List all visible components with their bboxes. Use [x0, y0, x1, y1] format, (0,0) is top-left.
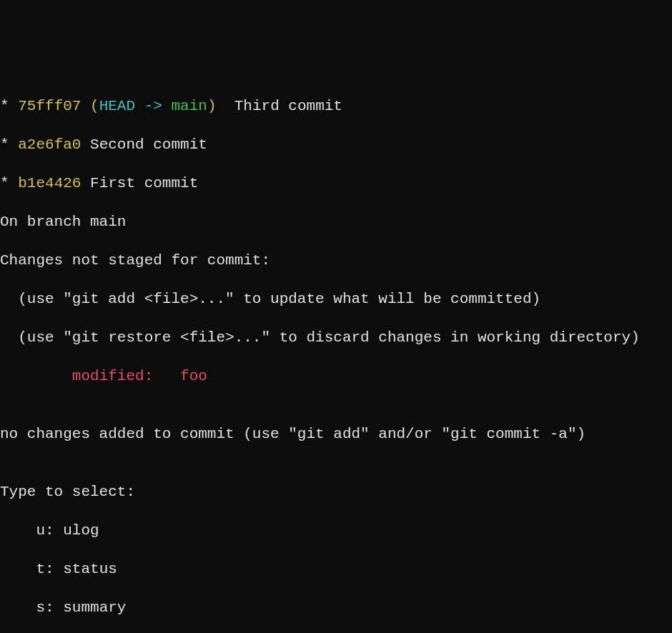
menu-key: u: [36, 522, 45, 539]
menu-label: summary: [63, 599, 126, 616]
commit-hash: 75fff07: [18, 98, 81, 114]
menu-item[interactable]: s: summary: [0, 598, 672, 617]
branch-status: On branch main: [0, 212, 672, 231]
no-changes-line: no changes added to commit (use "git add…: [0, 424, 672, 444]
commit-row: * b1e4426 First commit: [0, 174, 672, 193]
commit-hash: a2e6fa0: [18, 136, 81, 153]
commit-row: * 75fff07 (HEAD -> main) Third commit: [0, 96, 672, 116]
hint-add: (use "git add <file>..." to update what …: [0, 289, 672, 309]
terminal-output[interactable]: * 75fff07 (HEAD -> main) Third commit * …: [0, 77, 672, 633]
graph-star: *: [0, 136, 9, 153]
menu-item[interactable]: u: ulog: [0, 521, 672, 540]
hint-restore: (use "git restore <file>..." to discard …: [0, 328, 672, 347]
graph-star: *: [0, 175, 9, 191]
menu-key: s: [36, 599, 45, 616]
menu-key: t: [36, 561, 45, 577]
commit-message: First commit: [81, 175, 198, 191]
graph-star: *: [0, 98, 9, 114]
ref-paren-open: (: [90, 98, 99, 114]
commit-hash: b1e4426: [18, 175, 81, 191]
menu-label: status: [63, 561, 117, 577]
changes-header: Changes not staged for commit:: [0, 251, 672, 270]
head-ref: HEAD: [99, 98, 135, 114]
modified-filename: foo: [180, 368, 207, 384]
menu-header: Type to select:: [0, 482, 672, 502]
modified-file-line: modified: foo: [0, 367, 672, 386]
commit-message: Second commit: [81, 136, 207, 153]
ref-arrow: ->: [135, 98, 171, 114]
commit-message: Third commit: [217, 98, 342, 114]
commit-row: * a2e6fa0 Second commit: [0, 135, 672, 154]
menu-label: ulog: [63, 522, 99, 539]
menu-item[interactable]: t: status: [0, 559, 672, 579]
modified-label: modified:: [72, 368, 180, 384]
ref-paren-close: ): [207, 98, 217, 114]
branch-name: main: [172, 98, 207, 114]
